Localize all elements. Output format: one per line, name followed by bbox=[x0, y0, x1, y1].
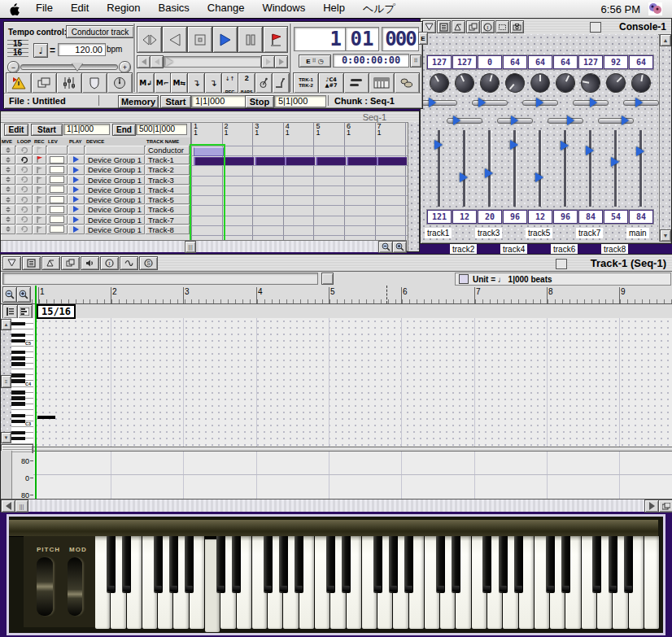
track-name-cell[interactable]: Track-5 bbox=[146, 195, 190, 204]
console-bottom-value-6[interactable]: 96 bbox=[553, 210, 578, 224]
white-key[interactable] bbox=[644, 536, 659, 629]
track1-phrase-block[interactable] bbox=[347, 157, 377, 165]
editor-black-key[interactable] bbox=[11, 379, 25, 382]
metronome-warning-button[interactable] bbox=[6, 72, 32, 94]
console-bottom-value-8[interactable]: 54 bbox=[604, 210, 628, 224]
count-in-bars-button[interactable]: 2BARS bbox=[238, 72, 255, 94]
track-name-cell[interactable]: Track-2 bbox=[146, 165, 190, 174]
black-key[interactable] bbox=[546, 536, 555, 593]
editor-black-key[interactable] bbox=[11, 373, 25, 377]
note-info-field[interactable] bbox=[2, 273, 318, 285]
play-reverse-button[interactable] bbox=[162, 26, 187, 53]
black-key[interactable] bbox=[404, 536, 413, 593]
stop-button[interactable]: Stop bbox=[245, 95, 274, 108]
fader-thumb[interactable] bbox=[485, 168, 493, 178]
marker-button-1[interactable]: M↲ bbox=[137, 72, 155, 94]
fader-thumb[interactable] bbox=[510, 140, 518, 150]
console-fader-2[interactable] bbox=[463, 130, 465, 207]
start-button[interactable]: Start bbox=[160, 95, 191, 108]
console-fader-9[interactable] bbox=[639, 130, 642, 207]
pedal-button[interactable] bbox=[272, 72, 290, 94]
scrollbar-grip-icon[interactable]: ||| bbox=[185, 241, 196, 253]
loop-icon[interactable] bbox=[16, 205, 33, 214]
console-knob-6[interactable] bbox=[552, 70, 578, 96]
note-display-button[interactable]: ♪C4▲#7 bbox=[318, 72, 344, 94]
fader-thumb[interactable] bbox=[561, 141, 569, 151]
track-name-cell[interactable]: Track-8 bbox=[146, 225, 190, 234]
position-right-button[interactable] bbox=[261, 55, 275, 68]
midi-note[interactable] bbox=[37, 416, 55, 419]
editor-black-key[interactable] bbox=[11, 322, 25, 325]
device-cell[interactable]: Device Group 1 bbox=[85, 225, 145, 234]
level-box[interactable] bbox=[47, 225, 68, 234]
console-hslider-top-1[interactable] bbox=[421, 100, 457, 106]
fader-thumb[interactable] bbox=[586, 146, 594, 155]
console-hslider-top-2[interactable] bbox=[472, 100, 508, 106]
smpte-display[interactable]: 0:00:00:00 bbox=[333, 54, 409, 68]
stop-button[interactable] bbox=[187, 26, 212, 53]
play-enable-icon[interactable] bbox=[68, 225, 85, 234]
level-box[interactable] bbox=[47, 216, 68, 225]
record-flag-icon[interactable] bbox=[33, 185, 46, 194]
record-flag-icon[interactable] bbox=[33, 165, 46, 174]
menu-edit[interactable]: Edit bbox=[71, 2, 89, 16]
collapse-box-icon[interactable] bbox=[590, 22, 601, 33]
mve-icon[interactable] bbox=[1, 146, 15, 155]
seq-zoom-out-button[interactable] bbox=[378, 241, 393, 253]
play-enable-icon[interactable] bbox=[68, 205, 85, 214]
app-menu-icon[interactable] bbox=[648, 2, 662, 15]
hslider-thumb[interactable] bbox=[453, 116, 460, 125]
stop-field[interactable]: 5|1|000 bbox=[274, 95, 326, 107]
menu-region[interactable]: Region bbox=[107, 2, 140, 16]
pause-button[interactable] bbox=[238, 26, 263, 53]
tempo-slider-thumb[interactable] bbox=[72, 63, 83, 71]
menu-help-ja[interactable]: ヘルプ bbox=[363, 2, 395, 16]
list-tool-button[interactable] bbox=[437, 20, 451, 33]
mod-wheel[interactable] bbox=[68, 557, 82, 616]
smpte-grid-button[interactable]: ⠿ bbox=[410, 55, 421, 68]
device-cell[interactable]: Device Group 1 bbox=[85, 185, 145, 194]
console-knob-4[interactable] bbox=[501, 69, 529, 97]
console-bottom-value-7[interactable]: 84 bbox=[578, 210, 603, 224]
console-hslider-top-4[interactable] bbox=[573, 100, 609, 106]
step-arrow-button-1[interactable]: ↴ bbox=[187, 72, 205, 94]
seq-hscrollbar[interactable]: ||| bbox=[1, 240, 407, 252]
mve-icon[interactable] bbox=[1, 176, 15, 185]
editor-black-key[interactable] bbox=[11, 339, 25, 342]
loop-icon[interactable] bbox=[16, 176, 33, 185]
device-cell[interactable]: Device Group 1 bbox=[85, 176, 145, 185]
play-enable-icon[interactable] bbox=[68, 165, 85, 174]
editor-black-key[interactable] bbox=[11, 420, 25, 423]
smpte-mode-button[interactable]: E ⠿ ◷ bbox=[299, 55, 331, 68]
editor-vscrollbar[interactable]: ▲ ≡ ▼ bbox=[1, 318, 12, 444]
bpm-field[interactable]: 120.00 bbox=[58, 43, 106, 56]
editor-black-key[interactable] bbox=[11, 431, 25, 434]
collapse-box-icon[interactable] bbox=[556, 259, 567, 269]
marquee-tool-button[interactable] bbox=[495, 20, 509, 33]
level-box[interactable] bbox=[47, 146, 68, 155]
track-name-cell[interactable]: Track-3 bbox=[146, 176, 190, 185]
console-bottom-value-2[interactable]: 12 bbox=[452, 210, 477, 224]
level-box[interactable] bbox=[47, 176, 68, 185]
console-fader-5[interactable] bbox=[539, 130, 541, 207]
console-bottom-value-4[interactable]: 96 bbox=[503, 210, 527, 224]
console-bottom-value-5[interactable]: 12 bbox=[528, 210, 552, 224]
device-cell[interactable]: Device Group 1 bbox=[85, 195, 145, 204]
loop-icon[interactable] bbox=[16, 216, 33, 225]
mve-icon[interactable] bbox=[1, 195, 15, 204]
grid-snap-box[interactable] bbox=[321, 273, 334, 285]
info-tool-button[interactable]: I bbox=[100, 256, 119, 270]
black-key[interactable] bbox=[561, 536, 570, 593]
black-key[interactable] bbox=[154, 536, 163, 593]
track-display-button[interactable]: TRK-1TRK-2 bbox=[293, 72, 319, 94]
pitch-wheel[interactable] bbox=[37, 557, 53, 616]
conductor-track-button[interactable]: Conductor track bbox=[66, 25, 134, 38]
black-key[interactable] bbox=[342, 536, 351, 593]
hslider-thumb[interactable] bbox=[511, 116, 518, 125]
seq-grid[interactable]: 11213141516171 bbox=[190, 122, 408, 242]
apple-menu-icon[interactable] bbox=[10, 3, 20, 15]
black-key[interactable] bbox=[389, 536, 398, 593]
loop-icon[interactable] bbox=[16, 225, 33, 234]
fader-thumb[interactable] bbox=[611, 157, 619, 167]
console-hslider-bottom-4[interactable] bbox=[598, 118, 634, 124]
